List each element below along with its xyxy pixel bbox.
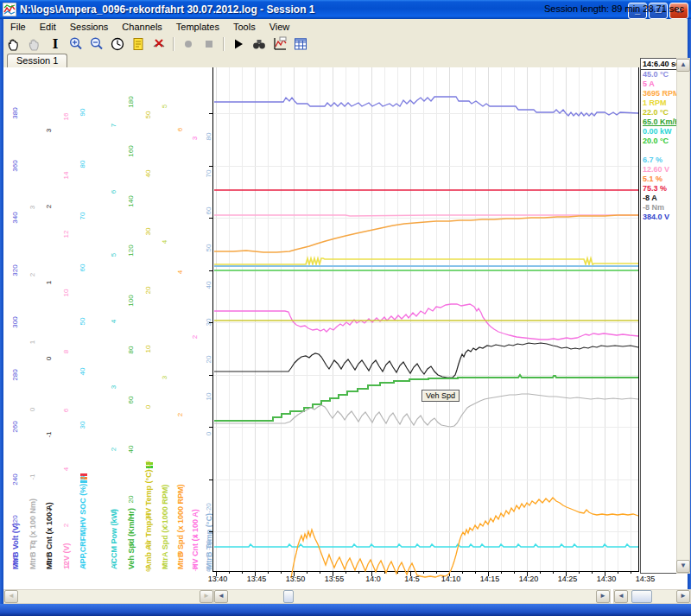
- x-tick-label: 14:30: [597, 575, 617, 583]
- x-tick-label: 14:0: [365, 575, 381, 583]
- legend-value[interactable]: 5.1 %: [641, 175, 677, 184]
- scroll-left-button[interactable]: ◄: [4, 590, 18, 603]
- legend-value[interactable]: 0.00 kW: [641, 127, 677, 137]
- scroll-left-button[interactable]: ◄: [614, 590, 628, 603]
- x-tick-label: 14:35: [636, 575, 656, 583]
- legend-value[interactable]: 12.60 V: [641, 165, 677, 175]
- plot-horizontal-scrollbar[interactable]: ◄ ►: [213, 589, 611, 604]
- legend-value[interactable]: 384.0 V: [641, 213, 677, 222]
- channel-tooltip: Veh Spd: [422, 390, 460, 402]
- scrollbar-thumb[interactable]: [631, 590, 652, 603]
- scroll-right-button[interactable]: ►: [676, 590, 690, 603]
- legend-value[interactable]: 20.0 °C: [641, 137, 677, 146]
- series-crfm[interactable]: [214, 215, 638, 252]
- legend-value[interactable]: 22.0 °C: [641, 108, 677, 117]
- legend-value[interactable]: 5 A: [641, 79, 677, 89]
- series-mtrb-spd[interactable]: [291, 498, 638, 578]
- legend-value[interactable]: 1 RPM: [641, 98, 677, 108]
- legend-horizontal-scrollbar[interactable]: ◄ ►: [613, 589, 691, 604]
- legend-value[interactable]: 3695 RPM: [641, 89, 677, 98]
- legend-value[interactable]: -8 Nm: [641, 203, 677, 213]
- legend-value[interactable]: 75.3 %: [641, 184, 677, 194]
- series-mtra-spd[interactable]: [214, 258, 638, 264]
- x-tick-label: 13:45: [247, 575, 267, 583]
- plot-area[interactable]: [0, 0, 691, 616]
- legend-value[interactable]: 45.0 °C: [641, 70, 677, 79]
- scroll-up-button[interactable]: ▲: [676, 59, 690, 72]
- x-tick-label: 14:15: [480, 575, 500, 583]
- axes-horizontal-scrollbar[interactable]: ◄ ►: [3, 589, 214, 604]
- x-tick-label: 13:55: [325, 575, 345, 583]
- x-tick-label: 13:40: [208, 575, 228, 583]
- x-tick-label: 14:5: [404, 575, 420, 583]
- legend-value[interactable]: 6.7 %: [641, 156, 677, 165]
- x-tick-label: 14:10: [441, 575, 461, 583]
- x-tick-label: 14:25: [558, 575, 578, 583]
- series-mtrb-volt[interactable]: [214, 97, 638, 116]
- x-tick-label: 14:20: [519, 575, 539, 583]
- scroll-down-button[interactable]: ▼: [676, 560, 690, 573]
- scroll-right-button[interactable]: ►: [596, 590, 610, 603]
- scroll-right-button[interactable]: ►: [200, 590, 213, 603]
- legend-panel[interactable]: 14:6.40 sec 45.0 °C5 A3695 RPM1 RPM22.0 …: [640, 58, 678, 574]
- series-mtrb-cnt[interactable]: [214, 343, 638, 378]
- legend-value[interactable]: -8 A: [641, 194, 677, 203]
- legend-vertical-scrollbar[interactable]: ▲ ▼: [676, 58, 690, 574]
- legend-value[interactable]: 65.0 Km/Hr.: [641, 117, 677, 127]
- legend-value[interactable]: [641, 146, 677, 156]
- cursor-time: 14:6.40 sec: [641, 59, 677, 70]
- app-window: N:\logs\Ampera_0096-rekordfahrt 30.07.20…: [0, 0, 691, 616]
- x-tick-label: 13:50: [286, 575, 306, 583]
- series-accm-pow[interactable]: [214, 544, 638, 547]
- scroll-left-button[interactable]: ◄: [214, 590, 228, 603]
- series-hv-cnt[interactable]: [214, 304, 638, 340]
- scrollbar-thumb[interactable]: [283, 590, 294, 603]
